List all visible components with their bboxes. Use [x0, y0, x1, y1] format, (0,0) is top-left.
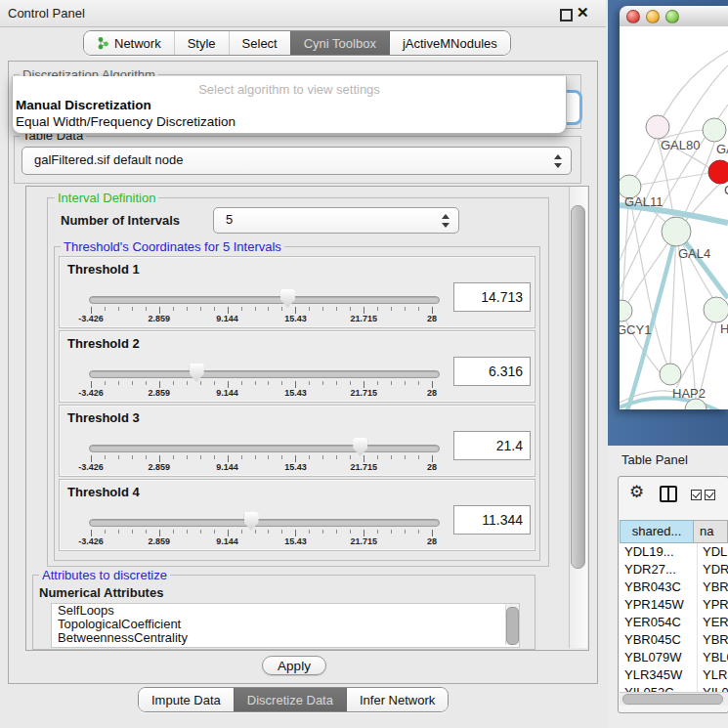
slider-thumb[interactable]	[190, 364, 204, 382]
table-row[interactable]: YBR045CYBR0	[620, 631, 728, 649]
threshold-value-field[interactable]: 14.713	[453, 282, 531, 312]
number-of-intervals-combobox[interactable]: 5	[213, 207, 459, 234]
slider-tick	[364, 307, 364, 314]
settings-scrollbar-thumb[interactable]	[571, 205, 585, 569]
tab-impute-data[interactable]: Impute Data	[139, 688, 234, 711]
tab-cyni-toolbox[interactable]: Cyni Toolbox	[290, 31, 389, 55]
tab-discretize-data[interactable]: Discretize Data	[234, 688, 346, 711]
network-node-hap2[interactable]	[660, 364, 681, 385]
interval-definition-title: Interval Definition	[55, 191, 158, 205]
slider-tick	[146, 530, 147, 534]
slider-tick-label: 28	[410, 314, 453, 323]
slider-tick	[309, 307, 310, 311]
attribute-item-selfloops[interactable]: SelfLoops	[52, 604, 519, 618]
split-view-icon[interactable]	[660, 486, 677, 502]
attributes-scrollbar-thumb[interactable]	[506, 607, 519, 645]
close-icon[interactable]: ✕	[577, 4, 593, 21]
control-panel-titlebar: Control Panel	[0, 0, 606, 27]
slider-tick-label: 28	[410, 536, 453, 546]
combo-spinner-icon	[554, 154, 562, 168]
tab-infer-network[interactable]: Infer Network	[346, 688, 448, 711]
slider-track[interactable]	[89, 296, 440, 304]
tab-style[interactable]: Style	[174, 31, 229, 55]
checkbox-icon[interactable]	[705, 490, 715, 500]
cell-name: YDR2	[698, 561, 728, 578]
table-data-combobox[interactable]: galFiltered.sif default node	[21, 147, 572, 175]
network-node-h[interactable]	[704, 297, 728, 322]
checkbox-icon[interactable]	[691, 490, 702, 500]
table-row[interactable]: YLR345WYLR3	[620, 666, 728, 684]
table-row[interactable]: YPR145WYPR1	[620, 596, 728, 614]
table-row[interactable]: YIL052CYIL0	[620, 684, 728, 692]
threshold-value-field[interactable]: 11.344	[453, 505, 531, 535]
slider-tick	[391, 455, 392, 459]
tab-jactivemnodules[interactable]: jActiveMNodules	[389, 31, 510, 55]
slider-thumb[interactable]	[244, 512, 259, 531]
slider-tick	[132, 381, 133, 385]
network-node-label: GAL11	[624, 194, 664, 209]
network-node-gal80[interactable]	[646, 115, 669, 139]
slider-tick-label: -3.426	[69, 536, 112, 546]
slider-tick	[132, 307, 133, 311]
slider-tick-label: 15.43	[274, 536, 317, 546]
zoom-button[interactable]	[665, 10, 679, 23]
slider-thumb[interactable]	[353, 438, 367, 456]
tab-select[interactable]: Select	[229, 31, 290, 55]
network-node-ga[interactable]	[703, 118, 726, 142]
slider-tick	[377, 307, 378, 311]
column-header-shared-name[interactable]: shared...	[620, 520, 694, 543]
slider-tick	[146, 455, 147, 459]
slider-track[interactable]	[89, 519, 440, 527]
slider-track[interactable]	[89, 370, 440, 378]
table-row[interactable]: YBR043CYBR0	[620, 578, 728, 596]
slider-tick	[281, 307, 282, 311]
slider-thumb[interactable]	[280, 289, 295, 308]
table-row[interactable]: YDR27...YDR2	[620, 561, 728, 578]
slider-tick	[91, 381, 92, 388]
cell-shared-name: YDL19...	[620, 543, 698, 561]
slider-tick-label: -3.426	[69, 388, 112, 398]
attribute-item-topologicalcoefficient[interactable]: TopologicalCoefficient	[52, 618, 519, 631]
slider-track[interactable]	[89, 445, 440, 452]
threshold-panel-threshold-2: Threshold 2-3.4262.8599.14415.4321.71528…	[59, 330, 535, 403]
tab-network[interactable]: Network	[84, 31, 174, 55]
slider-tick-label: 15.43	[274, 388, 317, 398]
table-row[interactable]: YBL079WYBL0	[620, 649, 728, 666]
network-node-gcy1[interactable]	[620, 300, 632, 321]
table-row[interactable]: YER054CYER0	[620, 614, 728, 631]
slider-tick	[268, 381, 269, 385]
slider-tick	[405, 381, 406, 385]
column-header-name[interactable]: na	[694, 520, 728, 543]
float-window-icon[interactable]	[560, 9, 573, 21]
table-hscrollbar-thumb[interactable]	[622, 694, 723, 705]
threshold-value-field[interactable]: 6.316	[453, 357, 531, 386]
slider-tick	[241, 307, 242, 311]
table-row[interactable]: YDL19...YDL1	[620, 543, 728, 561]
slider-tick	[173, 307, 174, 311]
slider-tick	[228, 455, 229, 462]
number-of-intervals-label: Number of Intervals	[61, 213, 180, 228]
tab-label: Infer Network	[360, 693, 435, 707]
table-panel-body: ⚙ shared... na YDL19...YDL1YDR27...YDR2Y…	[618, 476, 728, 713]
algorithm-option-equal-width-frequency-discretization[interactable]: Equal Width/Frequency Discretization	[13, 113, 566, 130]
threshold-value-field[interactable]: 21.4	[453, 431, 531, 460]
slider-tick	[364, 530, 364, 536]
gear-icon[interactable]: ⚙	[629, 483, 644, 502]
close-button[interactable]	[626, 10, 640, 23]
tab-label: Impute Data	[151, 693, 221, 707]
algorithm-placeholder-option[interactable]: Select algorithm to view settings	[13, 76, 566, 97]
network-canvas[interactable]: GAL80GACGAL11GAL4GCY1HHAP2	[620, 26, 728, 409]
thresholds-group-title: Threshold's Coordinates for 5 Intervals	[61, 239, 284, 254]
network-window-titlebar[interactable]	[620, 6, 728, 27]
network-node-label: C	[724, 183, 728, 197]
algorithm-option-manual-discretization[interactable]: Manual Discretization	[13, 97, 566, 113]
apply-button[interactable]: Apply	[262, 656, 326, 675]
attribute-item-betweennesscentrality[interactable]: BetweennessCentrality	[52, 631, 519, 645]
network-edge[interactable]	[676, 320, 714, 388]
slider-tick	[350, 381, 351, 385]
network-edge[interactable]	[658, 51, 728, 127]
network-node-c[interactable]	[708, 160, 728, 184]
network-node-gal4[interactable]	[662, 217, 691, 246]
slider-tick-label: 9.144	[206, 388, 249, 398]
minimize-button[interactable]	[646, 10, 660, 23]
